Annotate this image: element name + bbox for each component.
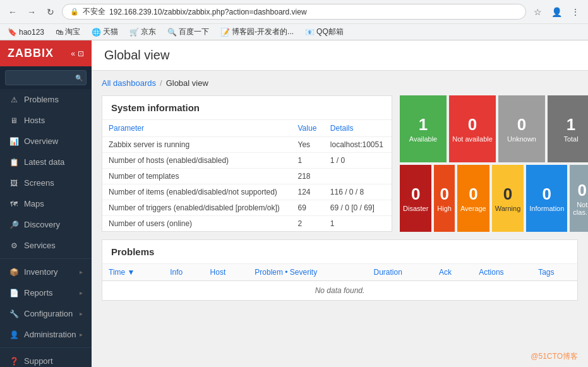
bookmark-qqmail[interactable]: 📧 QQ邮箱 [303,25,346,39]
sidebar-item-screens[interactable]: 🖼 Screens [0,172,92,193]
bookmark-blog[interactable]: 📝 博客园-开发者的... [218,25,296,39]
tile-disaster[interactable]: 0 Disaster [400,165,431,232]
sidebar-item-label: Configuration [24,309,73,318]
sidebar-item-label: Services [24,241,56,250]
tile-information[interactable]: 0 Information [526,165,567,232]
bookmark-star-button[interactable]: ☆ [530,4,545,20]
param-cell: Number of users (online) [102,216,292,232]
nav-item-left: 🗺 Maps [9,199,44,208]
expand-icon[interactable]: ⊡ [78,49,84,58]
col-problem[interactable]: Problem • Severity [248,264,367,281]
reload-button[interactable]: ↻ [43,4,58,20]
tile-count: 0 [440,184,448,204]
col-tags[interactable]: Tags [532,264,577,281]
problems-title: Problems [102,240,577,264]
no-data-message: No data found. [102,281,577,301]
nav-item-left: 👤 Administration [9,330,76,339]
arrow-icon: ▸ [80,268,83,275]
nav-item-left: 🔎 Discovery [9,220,60,229]
collapse-icon[interactable]: « [71,49,75,58]
nav-item-left: 📊 Overview [9,136,58,146]
tile-unknown[interactable]: 0 Unknown [498,95,545,162]
latest-data-icon: 📋 [9,158,19,167]
col-time[interactable]: Time ▼ [102,264,164,281]
sidebar-logo: ZABBIX « ⊡ [0,40,92,66]
sysinfo-table: Parameter Value Details Zabbix server is… [102,120,392,231]
sidebar-item-label: Reports [24,288,53,298]
configuration-icon: 🔧 [9,310,19,318]
param-cell: Number of hosts (enabled/disabled) [102,153,292,169]
forward-button[interactable]: → [24,4,39,20]
administration-icon: 👤 [9,330,19,339]
problems-icon: ⚠ [9,95,19,104]
security-icon: 🔒 [70,8,79,16]
problems-panel: Problems Time ▼ Info Host Problem • Seve… [102,239,578,301]
bookmark-jingdong[interactable]: 🛒 京东 [127,25,159,39]
details-cell: localhost:10051 [324,137,392,153]
bookmark-tianmao[interactable]: 🌐 天猫 [89,25,121,39]
bookmarks-bar: 🔖 hao123 🛍 淘宝 🌐 天猫 🛒 京东 🔍 百度一下 📝 博客园-开发者… [0,23,588,40]
tile-label: Warning [495,205,521,212]
nav-item-left: 📄 Reports [9,288,53,298]
sidebar-item-overview[interactable]: 📊 Overview [0,131,92,152]
arrow-icon: ▸ [80,310,83,317]
back-button[interactable]: ← [5,4,20,20]
sidebar-item-reports[interactable]: 📄 Reports ▸ [0,282,92,303]
col-duration[interactable]: Duration [367,264,432,281]
tile-warning[interactable]: 0 Warning [492,165,524,232]
col-details: Details [324,120,392,137]
tile-count: 0 [543,184,551,204]
bookmark-baidu[interactable]: 🔍 百度一下 [165,25,212,39]
sidebar-item-discovery[interactable]: 🔎 Discovery [0,214,92,235]
table-row: Number of hosts (enabled/disabled) 1 1 /… [102,153,392,169]
sidebar-search [0,66,92,89]
tile-total[interactable]: 1 Total [548,95,588,162]
tile-count: 1 [567,115,575,135]
tile-available[interactable]: 1 Available [400,95,447,162]
col-actions[interactable]: Actions [472,264,532,281]
inventory-icon: 📦 [9,268,19,277]
bookmark-hao123[interactable]: 🔖 hao123 [5,27,47,38]
zabbix-logo-text: ZABBIX [8,47,54,60]
breadcrumb-home-link[interactable]: All dashboards [102,78,156,88]
tile-average[interactable]: 0 Average [457,165,489,232]
sidebar-item-administration[interactable]: 👤 Administration ▸ [0,324,92,345]
sidebar-logo-icons: « ⊡ [71,49,84,58]
tile-count: 0 [469,184,477,204]
address-bar[interactable]: 🔒 不安全 192.168.239.10/zabbix/zabbix.php?a… [62,4,526,20]
tile-label: Disaster [403,205,428,212]
table-row: Number of users (online) 2 1 [102,216,392,232]
nav-item-left: ⚠ Problems [9,95,59,104]
status-row-hosts: 1 Available 0 Not available 0 Unknown [400,95,588,162]
breadcrumb-current: Global view [166,78,208,88]
menu-button[interactable]: ⋮ [568,4,583,20]
breadcrumb: All dashboards / Global view [102,78,578,88]
sidebar-item-support[interactable]: ❓ Support [0,351,92,367]
col-ack[interactable]: Ack [433,264,472,281]
sidebar-item-inventory[interactable]: 📦 Inventory ▸ [0,262,92,282]
table-row: Zabbix server is running Yes localhost:1… [102,137,392,153]
reports-icon: 📄 [9,289,19,298]
sidebar-item-hosts[interactable]: 🖥 Hosts [0,110,92,131]
search-input[interactable] [5,70,87,85]
sidebar-item-problems[interactable]: ⚠ Problems [0,89,92,110]
bookmark-taobao[interactable]: 🛍 淘宝 [53,25,83,39]
sidebar-item-latest-data[interactable]: 📋 Latest data [0,152,92,172]
sidebar-item-configuration[interactable]: 🔧 Configuration ▸ [0,303,92,324]
table-row: Number of items (enabled/disabled/not su… [102,184,392,200]
security-label: 不安全 [83,6,105,17]
col-value: Value [292,120,324,137]
tile-count: 0 [517,115,526,135]
screens-icon: 🖼 [9,179,19,188]
value-cell: 69 [292,200,324,216]
sidebar-item-maps[interactable]: 🗺 Maps [0,193,92,214]
tile-label: Total [563,135,578,143]
profile-button[interactable]: 👤 [549,4,564,20]
sidebar-item-services[interactable]: ⚙ Services [0,235,92,256]
col-info[interactable]: Info [164,264,203,281]
col-host[interactable]: Host [204,264,249,281]
tile-high[interactable]: 0 High [434,165,455,232]
tile-not-available[interactable]: 0 Not available [449,95,496,162]
value-cell: 2 [292,216,324,232]
tile-not-classified[interactable]: 0 Not clas... [570,165,588,232]
